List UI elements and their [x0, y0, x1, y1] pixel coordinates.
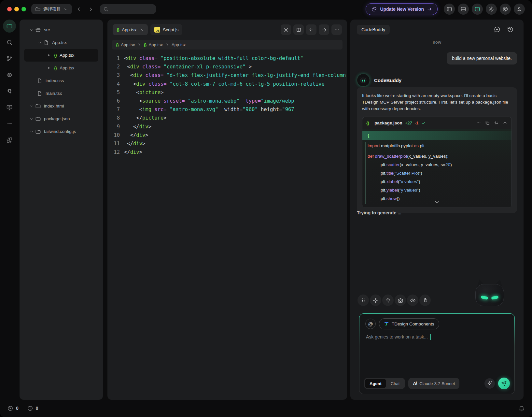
explorer-item-app-tsx[interactable]: App.tsx	[24, 36, 98, 49]
composer-toolbar	[357, 295, 431, 306]
titlebar-account-button[interactable]	[514, 4, 525, 15]
mention-button[interactable]: @	[365, 319, 376, 329]
project-selector[interactable]: 选择项目	[31, 4, 72, 14]
editor-ellipsis-button[interactable]	[331, 24, 342, 35]
code-line: 10 </div>	[107, 131, 347, 139]
activity-debug-button[interactable]	[3, 85, 16, 98]
titlebar-panel-right-button[interactable]	[472, 4, 483, 15]
composer-placeholder: Ask genies to work on a task...	[366, 334, 428, 339]
breadcrumb-item[interactable]: App.tsx	[172, 42, 186, 47]
expand-chevron-down-icon[interactable]	[434, 199, 440, 205]
assistant-message-card: It looks like we're starting with an emp…	[357, 87, 517, 213]
diff-deletions: -1	[415, 121, 419, 125]
context-chip[interactable]: TDesign Components	[379, 318, 439, 329]
close-window-button[interactable]	[7, 7, 12, 11]
chevron-down-icon	[29, 129, 34, 134]
composer-preview-eye-button[interactable]	[407, 295, 418, 306]
enhance-prompt-button[interactable]	[484, 378, 495, 389]
code-diff-card: {} package.json +27 -1 {import matplotli…	[362, 117, 512, 208]
explorer-item-tailwind-config-js[interactable]: tailwind.config.js	[24, 125, 98, 138]
update-version-button[interactable]: Update New Version	[366, 3, 438, 15]
card-copy-icon[interactable]	[485, 120, 490, 125]
debug-icon	[6, 88, 13, 94]
explorer-item-app-tsx[interactable]: {}App.tsx	[24, 49, 98, 62]
editor-arrow-right-button[interactable]	[319, 24, 329, 35]
composer-components-button[interactable]	[370, 295, 381, 306]
preview-eye-icon	[410, 297, 416, 303]
composer-camera-button[interactable]	[395, 295, 406, 306]
gear-icon	[488, 6, 494, 12]
card-ellipsis-icon[interactable]	[476, 120, 481, 125]
explorer-item-index-html[interactable]: index.html	[24, 100, 98, 112]
card-swap-vertical-icon[interactable]	[494, 120, 499, 125]
titlebar-panel-bottom-button[interactable]	[458, 4, 469, 15]
code-editor[interactable]: 1<div class= "position-absolute width-fu…	[107, 54, 347, 156]
activity-preview-eye-button[interactable]	[3, 68, 16, 81]
activity-source-control-button[interactable]	[3, 52, 16, 65]
activity-extensions-button[interactable]	[3, 134, 16, 147]
info-counter[interactable]: 0	[27, 405, 38, 411]
tab-script.js[interactable]: JSScript.js	[150, 24, 182, 35]
file-label: main.tsx	[46, 91, 62, 96]
chat-composer[interactable]: @ TDesign Components Ask genies to work …	[359, 314, 514, 394]
composer-figma-button[interactable]	[357, 295, 369, 306]
line-number: 11	[107, 139, 120, 148]
chevron-down-icon	[29, 28, 34, 32]
zoom-window-button[interactable]	[21, 7, 26, 11]
close-icon[interactable]	[140, 28, 144, 32]
chevron-right-icon	[165, 43, 169, 47]
nav-forward-button[interactable]	[86, 4, 95, 14]
rocket-icon	[422, 297, 428, 303]
new-chat-icon[interactable]	[494, 26, 500, 33]
mode-chat-button[interactable]: Chat	[386, 379, 404, 388]
titlebar-browser-button[interactable]	[500, 4, 511, 15]
chat-title-tab[interactable]: CodeBuddy	[357, 25, 390, 35]
file-label: App.tsx	[60, 65, 74, 70]
composer-plug-button[interactable]	[382, 295, 394, 306]
editor-arrow-left-button[interactable]	[306, 24, 316, 35]
activity-terminal-monitor-button[interactable]	[3, 101, 16, 114]
folder-icon	[35, 7, 41, 12]
mode-agent-button[interactable]: Agent	[365, 379, 386, 388]
activity-search-button[interactable]	[3, 36, 16, 49]
code-line: 11 </div>	[107, 139, 347, 148]
file-label: App.tsx	[52, 40, 67, 45]
error-counter[interactable]: 0	[7, 405, 19, 411]
chevron-right-icon	[88, 7, 93, 12]
nav-back-button[interactable]	[74, 4, 84, 14]
tab-label: Script.js	[163, 27, 178, 32]
model-selector[interactable]: A\ Claude-3.7-Sonnet	[408, 378, 459, 389]
titlebar-panel-left-button[interactable]	[444, 4, 455, 15]
arrow-right-icon	[427, 7, 432, 12]
history-icon[interactable]	[507, 26, 514, 33]
line-number: 9	[107, 122, 120, 131]
at-sign: @	[368, 321, 373, 327]
breadcrumb-item[interactable]: App.tsx	[121, 42, 135, 47]
breadcrumb-item[interactable]: App.tsx	[149, 42, 163, 47]
explorer-item-package-json[interactable]: package.json	[24, 112, 98, 125]
notifications-bell-icon[interactable]	[518, 405, 525, 411]
send-button[interactable]	[498, 378, 510, 389]
preview-eye-icon	[6, 72, 13, 78]
activity-files-button[interactable]	[3, 20, 16, 33]
minimize-window-button[interactable]	[14, 7, 19, 11]
composer-rocket-button[interactable]	[419, 295, 431, 306]
editor-split-button[interactable]	[293, 24, 304, 35]
breadcrumb[interactable]: {}App.tsx{}App.tsxApp.tsx	[112, 40, 343, 50]
code-line: 8 </picture>	[107, 114, 347, 122]
explorer-item-index-css[interactable]: index.css	[24, 74, 98, 87]
diff-code-line: plt.ylabel("y values")	[362, 186, 511, 194]
explorer-item-app-tsx[interactable]: {}App.tsx	[24, 62, 98, 74]
explorer-item-src[interactable]: src	[24, 23, 98, 36]
global-search-input[interactable]	[100, 4, 156, 14]
editor-gear-button[interactable]	[281, 24, 291, 35]
squirrel-icon	[371, 6, 377, 12]
file-icon	[37, 78, 43, 84]
card-chevron-up-icon[interactable]	[502, 120, 508, 125]
activity-overflow-dots-button[interactable]	[3, 117, 16, 130]
code-line: 7 <img src= "astro-mona.svg" width="960"…	[107, 105, 347, 114]
braces-icon: {}	[54, 65, 57, 70]
tab-app.tsx[interactable]: {}App.tsx	[113, 24, 148, 35]
titlebar-gear-button[interactable]	[486, 4, 497, 15]
explorer-item-main-tsx[interactable]: main.tsx	[24, 87, 98, 100]
